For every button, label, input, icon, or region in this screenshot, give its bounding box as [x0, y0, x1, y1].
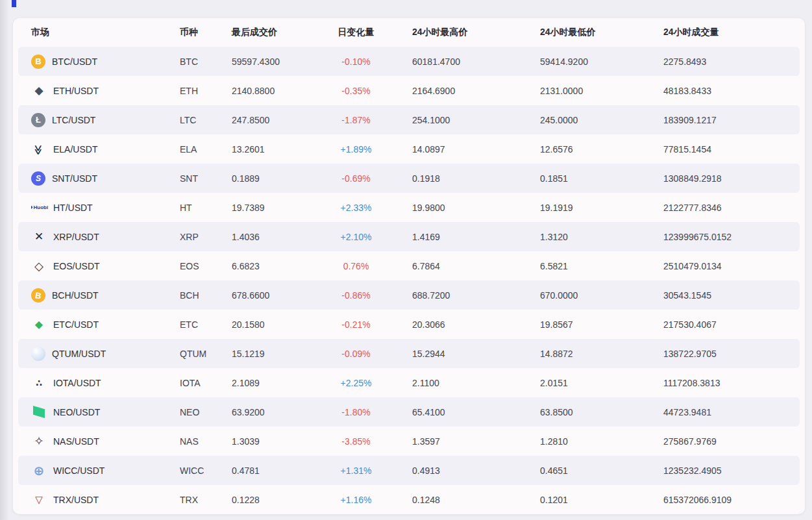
last-price-cell: 6.6823 — [232, 261, 317, 271]
daily-change-cell: 0.76% — [317, 261, 412, 271]
table-row[interactable]: S SNT/USDT SNT 0.1889 -0.69% 0.1918 0.18… — [18, 164, 800, 193]
coin-symbol-cell: ELA — [180, 144, 232, 155]
market-cell: ∴ IOTA/USDT — [31, 375, 180, 391]
accent-fragment — [12, 0, 16, 7]
market-pair-label: HT/USDT — [53, 203, 93, 213]
market-cell: ⊕ WICC/USDT — [31, 463, 180, 478]
coin-symbol-cell: SNT — [180, 173, 232, 184]
table-row[interactable]: ◆ ETC/USDT ETC 20.1580 -0.21% 20.3066 19… — [18, 310, 800, 339]
market-cell: B BCH/USDT — [31, 288, 180, 303]
eth-icon: ◆ — [31, 83, 47, 99]
24h-low-cell: 670.0000 — [540, 290, 663, 301]
market-cell: S SNT/USDT — [31, 171, 180, 186]
daily-change-cell: +2.33% — [317, 203, 412, 213]
daily-change-cell: -0.35% — [317, 86, 412, 96]
table-header-row: 市场 币种 最后成交价 日变化量 24小时最高价 24小时最低价 24小时成交量 — [13, 18, 805, 47]
column-header-coin: 币种 — [180, 27, 232, 38]
nas-icon: ✧ — [31, 434, 47, 449]
24h-high-cell: 60181.4700 — [412, 56, 540, 67]
24h-low-cell: 2.0151 — [540, 378, 663, 388]
table-row[interactable]: B BTC/USDT BTC 59597.4300 -0.10% 60181.4… — [18, 47, 800, 76]
table-row[interactable]: ⊕ WICC/USDT WICC 0.4781 +1.31% 0.4913 0.… — [18, 456, 800, 485]
daily-change-cell: -0.10% — [317, 56, 412, 67]
table-row[interactable]: ∴ IOTA/USDT IOTA 2.1089 +2.25% 2.1100 2.… — [18, 368, 800, 397]
24h-volume-cell: 1117208.3813 — [663, 378, 792, 388]
coin-symbol-cell: BTC — [180, 56, 232, 67]
neo-icon — [31, 404, 47, 420]
24h-low-cell: 245.0000 — [540, 115, 663, 125]
coin-symbol-cell: HT — [180, 203, 232, 213]
last-price-cell: 20.1580 — [232, 319, 317, 330]
coin-symbol-cell: NEO — [180, 407, 232, 417]
table-row[interactable]: ≫ ELA/USDT ELA 13.2601 +1.89% 14.0897 12… — [18, 134, 800, 164]
table-row[interactable]: NEO/USDT NEO 63.9200 -1.80% 65.4100 63.8… — [18, 397, 800, 427]
24h-low-cell: 19.8567 — [540, 319, 663, 330]
24h-low-cell: 14.8872 — [540, 349, 663, 359]
24h-high-cell: 0.1918 — [412, 173, 540, 184]
market-cell: ♦Huobi HT/USDT — [31, 200, 180, 216]
24h-low-cell: 0.1851 — [540, 173, 663, 184]
table-row[interactable]: ▽ TRX/USDT TRX 0.1228 +1.16% 0.1248 0.12… — [18, 485, 800, 514]
24h-high-cell: 1.3597 — [412, 436, 540, 447]
market-pair-label: WICC/USDT — [53, 465, 105, 476]
daily-change-cell: -1.87% — [317, 115, 412, 125]
table-row[interactable]: ✕ XRP/USDT XRP 1.4036 +2.10% 1.4169 1.31… — [18, 222, 800, 251]
coin-symbol-cell: WICC — [180, 465, 232, 476]
24h-low-cell: 1.3120 — [540, 232, 663, 242]
24h-volume-cell: 1235232.4905 — [663, 465, 792, 476]
wicc-icon: ⊕ — [31, 463, 47, 478]
market-pair-label: EOS/USDT — [53, 261, 100, 271]
table-row[interactable]: ◇ EOS/USDT EOS 6.6823 0.76% 6.7864 6.582… — [18, 251, 800, 280]
daily-change-cell: -0.09% — [317, 349, 412, 359]
trx-icon: ▽ — [31, 492, 47, 508]
table-row[interactable]: ◆ ETH/USDT ETH 2140.8800 -0.35% 2164.690… — [18, 76, 800, 105]
eos-icon: ◇ — [31, 258, 47, 274]
market-pair-label: QTUM/USDT — [52, 349, 106, 359]
24h-volume-cell: 1308849.2918 — [663, 173, 792, 184]
24h-low-cell: 1.2810 — [540, 436, 663, 447]
snt-icon: S — [31, 171, 45, 186]
column-header-daily-change: 日变化量 — [317, 27, 412, 38]
market-pair-label: SNT/USDT — [52, 173, 97, 184]
table-row[interactable]: B BCH/USDT BCH 678.6600 -0.86% 688.7200 … — [18, 280, 800, 310]
24h-high-cell: 2.1100 — [412, 378, 540, 388]
table-row[interactable]: ✧ NAS/USDT NAS 1.3039 -3.85% 1.3597 1.28… — [18, 427, 800, 456]
last-price-cell: 15.1219 — [232, 349, 317, 359]
coin-symbol-cell: LTC — [180, 115, 232, 125]
last-price-cell: 0.4781 — [232, 465, 317, 476]
ela-icon: ≫ — [31, 142, 47, 157]
24h-high-cell: 2164.6900 — [412, 86, 540, 96]
last-price-cell: 678.6600 — [232, 290, 317, 301]
last-price-cell: 19.7389 — [232, 203, 317, 213]
market-pair-label: ETH/USDT — [53, 86, 99, 96]
column-header-24h-low: 24小时最低价 — [540, 27, 663, 38]
table-row[interactable]: ♦Huobi HT/USDT HT 19.7389 +2.33% 19.9800… — [18, 193, 800, 222]
table-row[interactable]: Ł LTC/USDT LTC 247.8500 -1.87% 254.1000 … — [18, 105, 800, 134]
market-pair-label: BTC/USDT — [52, 56, 97, 67]
market-pair-label: TRX/USDT — [53, 495, 99, 505]
24h-volume-cell: 77815.1454 — [663, 144, 792, 155]
market-cell: ◆ ETH/USDT — [31, 83, 180, 99]
24h-low-cell: 59414.9200 — [540, 56, 663, 67]
qtum-icon — [31, 347, 45, 361]
xrp-icon: ✕ — [31, 229, 47, 245]
last-price-cell: 0.1889 — [232, 173, 317, 184]
market-cell: ◇ EOS/USDT — [31, 258, 180, 274]
coin-symbol-cell: TRX — [180, 495, 232, 505]
last-price-cell: 0.1228 — [232, 495, 317, 505]
market-pair-label: BCH/USDT — [52, 290, 99, 301]
24h-low-cell: 19.1919 — [540, 203, 663, 213]
24h-high-cell: 14.0897 — [412, 144, 540, 155]
last-price-cell: 247.8500 — [232, 115, 317, 125]
daily-change-cell: -0.86% — [317, 290, 412, 301]
24h-low-cell: 2131.0000 — [540, 86, 663, 96]
market-pair-label: XRP/USDT — [53, 232, 99, 242]
24h-high-cell: 19.9800 — [412, 203, 540, 213]
last-price-cell: 1.3039 — [232, 436, 317, 447]
coin-symbol-cell: NAS — [180, 436, 232, 447]
24h-high-cell: 0.4913 — [412, 465, 540, 476]
market-pair-label: ELA/USDT — [53, 144, 97, 155]
coin-symbol-cell: IOTA — [180, 378, 232, 388]
24h-volume-cell: 44723.9481 — [663, 407, 792, 417]
table-row[interactable]: QTUM/USDT QTUM 15.1219 -0.09% 15.2944 14… — [18, 339, 800, 368]
